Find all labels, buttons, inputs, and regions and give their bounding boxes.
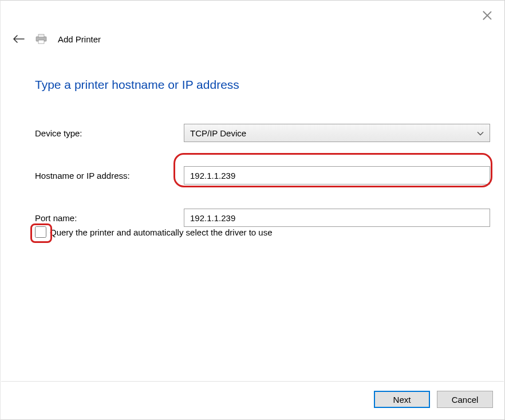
form-area: Device type: TCP/IP Device Hostname or I…: [35, 124, 490, 227]
add-printer-wizard-window: Add Printer Type a printer hostname or I…: [0, 0, 505, 420]
footer-separator: [1, 381, 504, 382]
query-checkbox-label: Query the printer and automatically sele…: [50, 227, 273, 237]
device-type-select[interactable]: TCP/IP Device: [184, 124, 490, 142]
device-type-value: TCP/IP Device: [190, 128, 246, 138]
port-name-row: Port name:: [35, 209, 490, 227]
back-arrow-icon[interactable]: [13, 35, 25, 43]
printer-icon: [35, 34, 48, 44]
cancel-button[interactable]: Cancel: [437, 391, 493, 408]
svg-rect-2: [38, 40, 44, 44]
page-heading: Type a printer hostname or IP address: [35, 78, 239, 92]
svg-rect-1: [38, 34, 44, 37]
device-type-row: Device type: TCP/IP Device: [35, 124, 490, 142]
port-name-input[interactable]: [184, 209, 490, 227]
query-checkbox-row: Query the printer and automatically sele…: [35, 226, 273, 238]
query-checkbox[interactable]: [35, 226, 46, 238]
close-icon[interactable]: [483, 11, 492, 20]
hostname-label: Hostname or IP address:: [35, 171, 184, 180]
hostname-row: Hostname or IP address:: [35, 166, 490, 185]
chevron-down-icon: [477, 128, 484, 138]
device-type-label: Device type:: [35, 128, 184, 138]
footer-buttons: Next Cancel: [374, 391, 493, 408]
wizard-header: Add Printer: [13, 34, 101, 44]
port-name-label: Port name:: [35, 213, 184, 223]
next-button[interactable]: Next: [374, 391, 430, 408]
hostname-input[interactable]: [184, 166, 490, 185]
wizard-title: Add Printer: [58, 34, 101, 44]
